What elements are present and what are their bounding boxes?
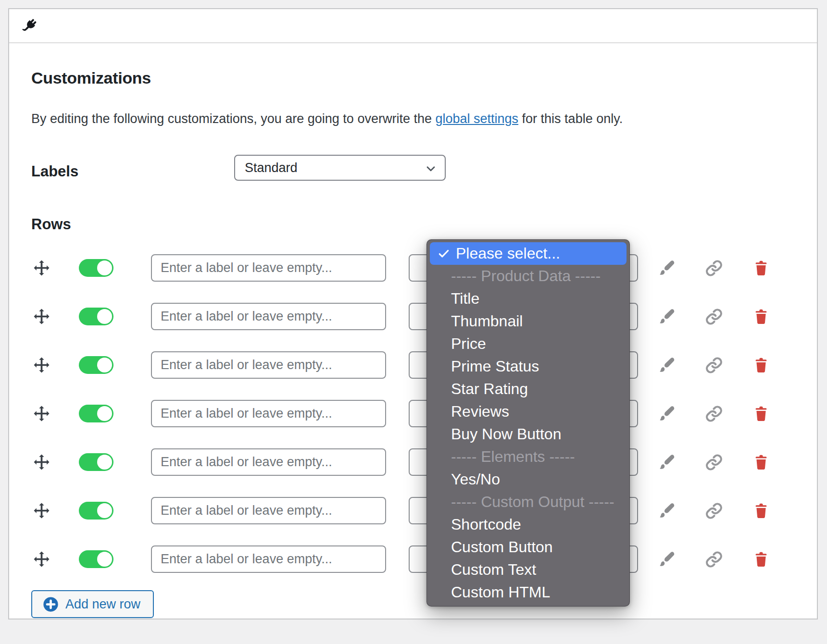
row-style-button[interactable]	[657, 453, 676, 472]
row-style-button[interactable]	[657, 550, 676, 569]
table-row	[9, 400, 819, 427]
table-row	[9, 448, 819, 476]
menu-option[interactable]: Custom HTML	[427, 581, 629, 604]
row-delete-button[interactable]	[752, 308, 770, 326]
menu-option-label: Please select...	[456, 242, 560, 265]
labels-select-value: Standard	[245, 161, 298, 175]
row-delete-button[interactable]	[752, 502, 770, 520]
link-icon	[704, 404, 724, 423]
trash-icon	[752, 356, 770, 374]
toggle-knob	[97, 406, 112, 421]
row-label-input[interactable]	[151, 400, 386, 427]
row-link-button[interactable]	[704, 550, 724, 569]
menu-option[interactable]: Star Rating	[427, 378, 629, 400]
paintbrush-icon	[657, 404, 676, 423]
row-enabled-toggle[interactable]	[79, 259, 113, 277]
trash-icon	[752, 308, 770, 326]
toggle-knob	[97, 358, 112, 372]
table-row	[9, 254, 819, 282]
add-new-row-label: Add new row	[65, 597, 140, 612]
plugin-settings-page: { "section": { "title": "Customizations"…	[0, 0, 827, 644]
menu-group-label: ----- Product Data -----	[427, 265, 629, 287]
row-delete-button[interactable]	[752, 259, 770, 277]
trash-icon	[752, 453, 770, 471]
description-text: By editing the following customizations,…	[31, 111, 623, 126]
trash-icon	[752, 259, 770, 277]
row-link-button[interactable]	[704, 453, 724, 472]
menu-option[interactable]: Buy Now Button	[427, 423, 629, 446]
row-link-button[interactable]	[704, 307, 724, 326]
link-icon	[704, 453, 724, 472]
menu-option[interactable]: Reviews	[427, 400, 629, 423]
row-link-button[interactable]	[704, 356, 724, 375]
menu-group-label: ----- Custom Output -----	[427, 491, 629, 513]
row-enabled-toggle[interactable]	[79, 356, 113, 374]
drag-handle-icon[interactable]	[33, 259, 50, 277]
row-delete-button[interactable]	[752, 356, 770, 374]
paintbrush-icon	[657, 550, 676, 569]
labels-select[interactable]: Standard	[234, 155, 446, 181]
table-row	[9, 497, 819, 524]
row-label-input[interactable]	[151, 351, 386, 379]
link-icon	[704, 259, 724, 278]
row-enabled-toggle[interactable]	[79, 453, 113, 471]
row-label-input[interactable]	[151, 545, 386, 573]
row-delete-button[interactable]	[752, 550, 770, 569]
row-style-button[interactable]	[657, 356, 676, 375]
paintbrush-icon	[657, 307, 676, 326]
menu-option-selected[interactable]: Please select...	[430, 242, 627, 265]
menu-option[interactable]: Custom Text	[427, 558, 629, 581]
plus-circle-icon	[43, 596, 59, 612]
row-label-input[interactable]	[151, 254, 386, 282]
paintbrush-icon	[657, 356, 676, 375]
toggle-knob	[97, 552, 112, 567]
row-style-button[interactable]	[657, 307, 676, 326]
table-row	[9, 303, 819, 330]
table-row	[9, 545, 819, 573]
chevron-down-icon	[425, 162, 437, 175]
menu-option[interactable]: Price	[427, 333, 629, 355]
menu-option[interactable]: Prime Status	[427, 355, 629, 378]
paintbrush-icon	[657, 501, 676, 520]
row-label-input[interactable]	[151, 303, 386, 330]
drag-handle-icon[interactable]	[33, 502, 50, 520]
menu-group-label: ----- Elements -----	[427, 446, 629, 468]
drag-handle-icon[interactable]	[33, 308, 50, 325]
select-dropdown-menu: Please select...----- Product Data -----…	[426, 239, 630, 607]
row-link-button[interactable]	[704, 404, 724, 423]
drag-handle-icon[interactable]	[33, 550, 50, 568]
row-enabled-toggle[interactable]	[79, 550, 113, 568]
link-icon	[704, 501, 724, 520]
drag-handle-icon[interactable]	[33, 356, 50, 374]
link-icon	[704, 550, 724, 569]
toggle-knob	[97, 455, 112, 470]
drag-handle-icon[interactable]	[33, 405, 50, 422]
row-enabled-toggle[interactable]	[79, 308, 113, 325]
menu-option[interactable]: Title	[427, 287, 629, 310]
menu-option[interactable]: Yes/No	[427, 468, 629, 491]
row-enabled-toggle[interactable]	[79, 405, 113, 422]
toggle-knob	[97, 503, 112, 518]
trash-icon	[752, 550, 770, 569]
add-new-row-button[interactable]: Add new row	[31, 590, 154, 618]
row-link-button[interactable]	[704, 501, 724, 520]
row-delete-button[interactable]	[752, 405, 770, 423]
row-delete-button[interactable]	[752, 453, 770, 471]
menu-option[interactable]: Custom Button	[427, 536, 629, 558]
row-label-input[interactable]	[151, 448, 386, 476]
drag-handle-icon[interactable]	[33, 453, 50, 471]
row-style-button[interactable]	[657, 501, 676, 520]
global-settings-link[interactable]: global settings	[435, 111, 518, 126]
row-enabled-toggle[interactable]	[79, 502, 113, 520]
row-link-button[interactable]	[704, 259, 724, 278]
menu-option[interactable]: Thumbnail	[427, 310, 629, 333]
menu-option[interactable]: Shortcode	[427, 513, 629, 536]
row-style-button[interactable]	[657, 404, 676, 423]
link-icon	[704, 356, 724, 375]
paintbrush-icon	[657, 259, 676, 278]
row-label-input[interactable]	[151, 497, 386, 524]
description-after: for this table only.	[518, 111, 623, 126]
paintbrush-icon	[657, 453, 676, 472]
row-style-button[interactable]	[657, 259, 676, 278]
page-title: Customizations	[31, 69, 151, 87]
